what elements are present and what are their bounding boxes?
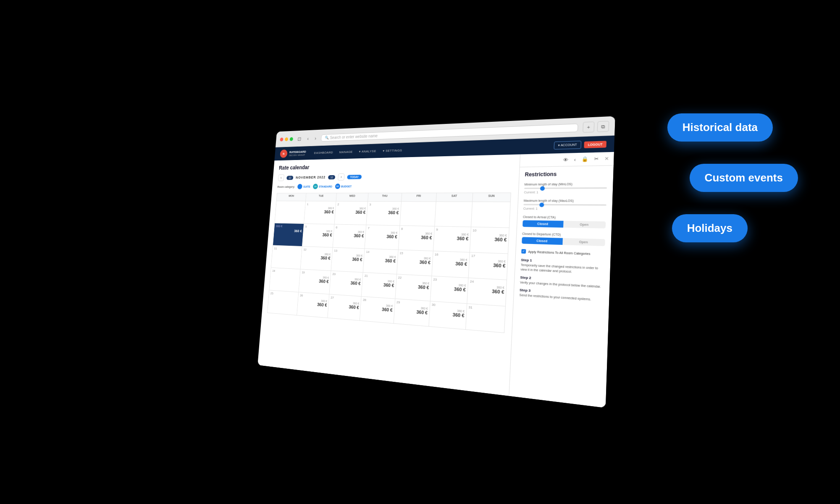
day-header-sun: SUN bbox=[472, 193, 511, 202]
logo-sub: DECISIV GROUP bbox=[289, 154, 306, 156]
room-categories: Room category: SUITE 10 STANDARD 50 bbox=[277, 182, 512, 189]
close-traffic-light[interactable] bbox=[280, 138, 283, 142]
laptop-screen: ⊡ ‹ › 🔍 Search or enter website name + ⧉ bbox=[257, 116, 615, 408]
today-button[interactable]: TODAY bbox=[347, 175, 362, 179]
cal-day-15[interactable]: 15 360 € 360 € bbox=[397, 250, 433, 276]
cal-day-25: 25 bbox=[268, 290, 299, 315]
calendar-area: Rate calendar ‹ 10 NOVEMBER 2022 12 › TO… bbox=[257, 154, 520, 396]
min-los-thumb[interactable] bbox=[540, 186, 545, 191]
custom-events-bubble: Custom events bbox=[690, 164, 798, 192]
room-category-label: Room category: bbox=[277, 185, 295, 188]
prev-month-button[interactable]: ‹ bbox=[278, 174, 284, 181]
panel-eye-button[interactable]: 👁 bbox=[562, 156, 570, 163]
cta-open-button[interactable]: Open bbox=[563, 221, 606, 228]
cal-day-19[interactable]: 19 360 € 360 € bbox=[299, 269, 331, 294]
category-budget[interactable]: 50 BUDGET bbox=[335, 184, 352, 189]
cal-day-20[interactable]: 20 360 € 360 € bbox=[330, 271, 363, 296]
cal-day-29[interactable]: 29 360 € 360 € bbox=[394, 299, 430, 326]
cal-day-6[interactable]: 6 360 € 360 € bbox=[333, 224, 366, 248]
new-tab-button[interactable]: + bbox=[583, 121, 594, 133]
cta-toggle-group: Closed Open bbox=[522, 220, 606, 228]
address-bar-text: Search or enter website name bbox=[330, 134, 378, 140]
apply-all-label: Apply Restrictions To All Room Categorie… bbox=[528, 250, 590, 255]
budget-dot: 50 bbox=[335, 184, 340, 189]
ctd-closed-button[interactable]: Closed bbox=[522, 237, 562, 245]
day-header-fri: FRI bbox=[402, 193, 436, 202]
max-los-field: Maximum length of stay (MaxLOS) Current:… bbox=[523, 199, 606, 211]
fullscreen-traffic-light[interactable] bbox=[290, 137, 294, 141]
panel-close-button[interactable]: ✕ bbox=[603, 155, 610, 163]
cal-day-9[interactable]: 9 360 € 360 € bbox=[433, 226, 471, 252]
category-suite[interactable]: SUITE bbox=[297, 184, 310, 189]
nav-dashboard[interactable]: Dashboard bbox=[311, 148, 336, 157]
cal-day-10[interactable]: 10 360 € 360 € bbox=[470, 227, 509, 254]
cal-day-13[interactable]: 13 360 € 360 € bbox=[331, 248, 365, 272]
panel-body: Restrictions Minimum length of stay (Min… bbox=[513, 165, 614, 312]
min-los-label: Minimum length of stay (MinLOS) bbox=[524, 182, 607, 186]
account-button[interactable]: ▾ ACCOUNT bbox=[554, 141, 581, 150]
day-header-wed: WED bbox=[336, 193, 368, 201]
next-month-badge: 12 bbox=[328, 175, 335, 179]
next-month-button[interactable]: › bbox=[338, 173, 344, 181]
copy-button[interactable]: ⧉ bbox=[597, 121, 609, 132]
cal-day-7[interactable]: 7 360 € 360 € bbox=[365, 225, 399, 249]
window-button[interactable]: ⊡ bbox=[296, 135, 303, 142]
step-3: Step 3 Send the restrictions to your con… bbox=[519, 288, 603, 303]
cal-day-26[interactable]: 26 360 € 360 € bbox=[297, 292, 329, 318]
cal-day-5[interactable]: 5 360 € 360 € bbox=[302, 224, 334, 247]
cal-day-28[interactable]: 28 360 € 360 € bbox=[360, 297, 395, 323]
back-button[interactable]: ‹ bbox=[306, 135, 310, 142]
step-2: Step 2 Verify your changes in the protoc… bbox=[520, 275, 604, 289]
cta-closed-button[interactable]: Closed bbox=[522, 220, 563, 228]
panel-scissors-button[interactable]: ✂ bbox=[593, 155, 600, 163]
minimize-traffic-light[interactable] bbox=[285, 137, 288, 141]
cal-day-17[interactable]: 17 360 € 360 € bbox=[468, 252, 507, 280]
cal-day-empty3 bbox=[471, 202, 510, 228]
cal-day-11: 11 bbox=[271, 245, 302, 269]
cal-day-3[interactable]: 3 360 € 360 € bbox=[367, 202, 401, 226]
nav-settings[interactable]: ▾ Settings bbox=[380, 146, 406, 155]
cal-day-30[interactable]: 30 360 € 360 € bbox=[429, 301, 467, 329]
ctd-toggle-group: Closed Open bbox=[522, 237, 605, 246]
cal-day-14[interactable]: 14 360 € 360 € bbox=[363, 249, 398, 274]
cal-day-22[interactable]: 22 360 € 360 € bbox=[395, 274, 431, 301]
apply-all-checkbox[interactable]: ✓ bbox=[521, 249, 526, 254]
logout-button[interactable]: LOGOUT bbox=[584, 141, 606, 148]
day-header-mon: MON bbox=[277, 193, 306, 201]
cal-day-8[interactable]: 8 360 € 360 € bbox=[398, 226, 434, 251]
nav-manage[interactable]: Manage bbox=[336, 147, 356, 156]
min-los-slider[interactable] bbox=[524, 187, 607, 189]
ctd-open-button[interactable]: Open bbox=[562, 238, 605, 246]
min-los-current: Current: 1 bbox=[524, 191, 607, 194]
forward-button[interactable]: › bbox=[313, 134, 318, 142]
day-header-tue: TUE bbox=[306, 193, 336, 201]
panel-back-button[interactable]: ‹ bbox=[573, 156, 577, 163]
calendar-grid: MON TUE WED THU FRI SAT SUN 1 360 € bbox=[267, 192, 511, 333]
category-standard[interactable]: 10 STANDARD bbox=[313, 184, 333, 189]
cal-day-21[interactable]: 21 360 € 360 € bbox=[362, 273, 396, 299]
panel-lock-button[interactable]: 🔒 bbox=[580, 155, 589, 163]
cal-day-12[interactable]: 12 360 € 360 € bbox=[301, 247, 333, 270]
suite-dot bbox=[297, 184, 302, 189]
cal-day-18: 18 bbox=[269, 268, 300, 292]
traffic-lights bbox=[280, 137, 293, 142]
max-los-slider[interactable] bbox=[523, 204, 606, 206]
day-header-thu: THU bbox=[368, 193, 402, 201]
max-los-thumb[interactable] bbox=[539, 202, 544, 207]
min-los-field: Minimum length of stay (MinLOS) Current:… bbox=[524, 182, 607, 194]
cal-day-27[interactable]: 27 360 € 360 € bbox=[328, 294, 362, 320]
apply-all-checkbox-row[interactable]: ✓ Apply Restrictions To All Room Categor… bbox=[521, 249, 605, 257]
cal-day-2[interactable]: 2 360 € 360 € bbox=[335, 202, 368, 225]
step-1: Step 1 Temporarily save the changed rest… bbox=[520, 258, 604, 276]
nav-analyse[interactable]: ▾ Analyse bbox=[356, 147, 380, 155]
cal-day-24[interactable]: 24 360 € 360 € bbox=[467, 278, 507, 306]
standard-dot: 10 bbox=[313, 184, 318, 189]
cta-field: Closed to Arrival (CTA) Closed Open bbox=[522, 215, 606, 228]
cal-day-selected[interactable]: 360 € 360 € bbox=[273, 223, 304, 246]
page-title: Rate calendar bbox=[279, 160, 513, 171]
cal-day-1[interactable]: 1 360 € 360 € bbox=[304, 201, 336, 224]
cal-day-23[interactable]: 23 360 € 360 € bbox=[430, 276, 468, 304]
cal-day-4 bbox=[400, 202, 436, 226]
cal-day-16[interactable]: 16 360 € 360 € bbox=[432, 251, 470, 278]
header-right: ▾ ACCOUNT LOGOUT bbox=[554, 140, 606, 150]
